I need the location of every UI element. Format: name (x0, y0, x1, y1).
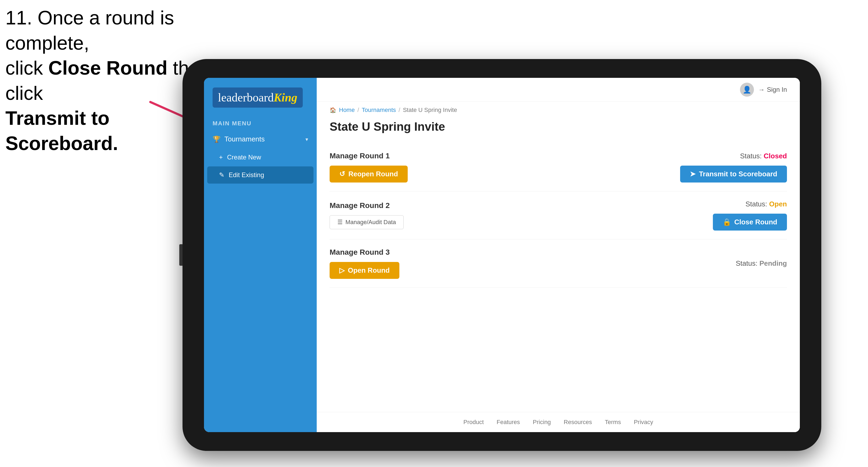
transmit-icon: ➤ (690, 170, 696, 178)
reopen-icon: ↺ (339, 170, 345, 178)
main-content: 👤 → Sign In 🏠 Home / Tournaments / (317, 78, 800, 432)
logo-text: leaderboardKing (218, 91, 298, 104)
logo-leaderboard: leaderboard (218, 91, 274, 104)
breadcrumb-current: State U Spring Invite (403, 106, 457, 114)
sidebar-item-tournaments[interactable]: 🏆 Tournaments ▾ (204, 130, 317, 149)
home-icon: 🏠 (330, 107, 336, 113)
footer-terms[interactable]: Terms (605, 419, 621, 426)
sidebar-create-new[interactable]: + Create New (204, 149, 317, 166)
round-1-title: Manage Round 1 (330, 152, 408, 160)
logo-box: leaderboardKing (213, 88, 303, 107)
edit-icon: ✎ (219, 171, 224, 179)
round-1-section: Manage Round 1 ↺ Reopen Round Status: Cl… (330, 143, 787, 191)
edit-existing-label: Edit Existing (229, 171, 264, 179)
footer-privacy[interactable]: Privacy (634, 419, 653, 426)
instruction-line2-prefix: click (5, 57, 48, 79)
close-round-button[interactable]: 🔒 Close Round (713, 214, 787, 230)
avatar: 👤 (740, 83, 754, 97)
round-2-title: Manage Round 2 (330, 201, 404, 210)
footer-resources[interactable]: Resources (564, 419, 592, 426)
transmit-scoreboard-label: Transmit to Scoreboard (699, 170, 777, 178)
round-3-title: Manage Round 3 (330, 248, 399, 257)
round-1-status-value: Closed (764, 152, 787, 160)
tablet-screen: leaderboardKing MAIN MENU 🏆 Tournaments … (204, 78, 800, 432)
instruction-line1: 11. Once a round is complete, (5, 7, 174, 54)
round-3-status-value: Pending (759, 259, 787, 267)
round-3-status-label: Status: (736, 259, 757, 267)
round-3-left: Manage Round 3 ▷ Open Round (330, 248, 399, 279)
breadcrumb-tournaments[interactable]: Tournaments (362, 106, 396, 114)
breadcrumb-home[interactable]: Home (339, 106, 355, 114)
logo-king: King (274, 91, 298, 104)
round-1-right: Status: Closed ➤ Transmit to Scoreboard (680, 152, 787, 183)
tablet-side-button (179, 244, 183, 266)
round-3-section: Manage Round 3 ▷ Open Round Status: Pend… (330, 240, 787, 288)
round-1-left: Manage Round 1 ↺ Reopen Round (330, 152, 408, 183)
sidebar-tournaments-label: Tournaments (224, 135, 265, 143)
sign-in-label: Sign In (767, 86, 787, 93)
main-menu-label: MAIN MENU (204, 115, 317, 130)
lock-icon: 🔒 (722, 218, 731, 226)
open-icon: ▷ (339, 266, 345, 275)
round-2-section: Manage Round 2 ☰ Manage/Audit Data Statu… (330, 191, 787, 240)
transmit-scoreboard-button[interactable]: ➤ Transmit to Scoreboard (680, 165, 787, 183)
trophy-icon: 🏆 (213, 135, 221, 143)
create-new-label: Create New (227, 154, 261, 161)
open-round-button[interactable]: ▷ Open Round (330, 262, 399, 279)
chevron-down-icon: ▾ (305, 136, 308, 143)
tablet-frame: leaderboardKing MAIN MENU 🏆 Tournaments … (183, 59, 821, 451)
footer-product[interactable]: Product (463, 419, 484, 426)
round-2-status: Status: Open (745, 200, 787, 208)
round-2-status-value: Open (769, 200, 787, 208)
sign-in-area: 👤 → Sign In (740, 83, 787, 97)
audit-icon: ☰ (337, 219, 343, 226)
instruction-transmit: Transmit to Scoreboard. (5, 107, 118, 154)
round-2-right: Status: Open 🔒 Close Round (713, 200, 787, 230)
round-3-status: Status: Pending (736, 259, 787, 268)
round-3-right: Status: Pending (736, 259, 787, 268)
reopen-round-label: Reopen Round (348, 170, 398, 178)
plus-icon: + (219, 154, 223, 161)
app-footer: Product Features Pricing Resources Terms… (317, 412, 800, 432)
sidebar: leaderboardKing MAIN MENU 🏆 Tournaments … (204, 78, 317, 432)
round-1-status-label: Status: (740, 152, 762, 160)
manage-audit-button[interactable]: ☰ Manage/Audit Data (330, 215, 404, 229)
round-2-status-label: Status: (745, 200, 767, 208)
instruction-close-round: Close Round (48, 57, 167, 79)
reopen-round-button[interactable]: ↺ Reopen Round (330, 165, 408, 183)
open-round-label: Open Round (348, 266, 390, 275)
breadcrumb-sep1: / (358, 106, 359, 114)
manage-audit-label: Manage/Audit Data (345, 219, 396, 226)
app-header: 👤 → Sign In (317, 78, 800, 102)
breadcrumb: 🏠 Home / Tournaments / State U Spring In… (317, 102, 800, 114)
breadcrumb-sep2: / (399, 106, 400, 114)
page-content: State U Spring Invite Manage Round 1 ↺ R… (317, 114, 800, 412)
round-2-left: Manage Round 2 ☰ Manage/Audit Data (330, 201, 404, 229)
close-round-label: Close Round (734, 218, 777, 226)
page-title: State U Spring Invite (330, 120, 787, 133)
app-container: leaderboardKing MAIN MENU 🏆 Tournaments … (204, 78, 800, 432)
footer-pricing[interactable]: Pricing (533, 419, 551, 426)
arrow-right-icon: → (758, 86, 765, 93)
user-icon: 👤 (743, 86, 751, 94)
sign-in-button[interactable]: → Sign In (758, 86, 787, 93)
footer-features[interactable]: Features (497, 419, 520, 426)
sidebar-logo-area: leaderboardKing (204, 78, 317, 115)
sidebar-edit-existing[interactable]: ✎ Edit Existing (207, 166, 313, 184)
round-1-status: Status: Closed (740, 152, 787, 160)
